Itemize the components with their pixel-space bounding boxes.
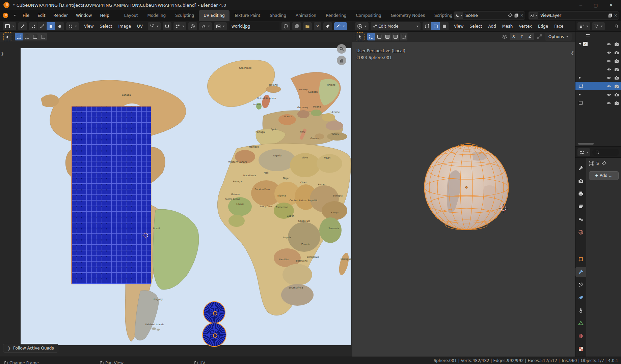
pivot-point-dropdown[interactable]: [148, 22, 161, 30]
workspace-tab-animation[interactable]: Animation: [291, 10, 321, 21]
camera-icon[interactable]: [614, 67, 619, 72]
properties-tab-material[interactable]: [575, 331, 586, 341]
viewport-canvas[interactable]: User Perspective (Local) (180) Sphere.00…: [352, 42, 575, 357]
select-box-new-button[interactable]: [367, 33, 375, 40]
properties-tab-constraints[interactable]: [575, 305, 586, 315]
image-browse-dropdown[interactable]: [214, 22, 227, 30]
workspace-tab-texture-paint[interactable]: Texture Paint: [230, 10, 265, 21]
vertex-select-button[interactable]: [423, 22, 431, 30]
workspace-tab-scripting[interactable]: Scripting: [430, 10, 454, 21]
uv-island-grid[interactable]: [71, 106, 151, 284]
new-copy-icon[interactable]: [608, 13, 613, 18]
properties-tab-viewlayer[interactable]: [575, 202, 586, 212]
select-box-subtract-button[interactable]: [31, 33, 39, 40]
outliner-row[interactable]: [575, 65, 621, 73]
main-menu-window[interactable]: Window: [72, 10, 96, 21]
pin-icon[interactable]: [602, 161, 606, 166]
viewport-menu-edge[interactable]: Edge: [535, 22, 551, 30]
uv-menu-uv[interactable]: UV: [134, 22, 146, 30]
camera-icon[interactable]: [614, 50, 619, 55]
outliner-filter-dropdown[interactable]: [592, 22, 605, 30]
mirror-axis-z-button[interactable]: Z: [526, 33, 534, 40]
select-box-intersect-button[interactable]: [39, 33, 47, 40]
eye-icon[interactable]: [606, 59, 611, 63]
workspace-tab-modeling[interactable]: Modeling: [143, 10, 171, 21]
select-box-intersect-button[interactable]: [400, 33, 408, 40]
edge-select-button[interactable]: [431, 22, 440, 30]
workspace-tab-geometry-nodes[interactable]: Geometry Nodes: [386, 10, 430, 21]
proportional-falloff-dropdown[interactable]: [199, 22, 212, 30]
outliner-row[interactable]: [575, 73, 621, 82]
camera-icon[interactable]: [614, 75, 619, 80]
select-box-subtract-button[interactable]: [383, 33, 392, 40]
unlink-image-button[interactable]: ✕: [314, 22, 321, 30]
options-dropdown[interactable]: Options: [545, 33, 572, 41]
properties-tab-scene[interactable]: [575, 214, 586, 224]
viewlayer-browse-icon[interactable]: [529, 12, 538, 19]
properties-tab-tool[interactable]: [575, 163, 586, 173]
uv-menu-view[interactable]: View: [81, 22, 97, 30]
eye-icon[interactable]: [606, 42, 611, 47]
maximize-button[interactable]: ▢: [594, 3, 598, 8]
outliner-row[interactable]: ✓: [575, 40, 621, 48]
eye-icon[interactable]: [606, 84, 611, 89]
main-menu-render[interactable]: Render: [49, 10, 72, 21]
properties-tab-modifiers[interactable]: [575, 267, 586, 277]
eye-icon[interactable]: [606, 92, 611, 97]
properties-search-field[interactable]: [592, 149, 619, 156]
active-tool-tweak-button[interactable]: [356, 32, 364, 41]
uv-pole-fan-top[interactable]: [203, 301, 225, 324]
main-menu-edit[interactable]: Edit: [33, 10, 49, 21]
properties-tab-particles[interactable]: [575, 280, 586, 290]
pin-button[interactable]: [323, 22, 332, 30]
workspace-tab-shading[interactable]: Shading: [265, 10, 291, 21]
snap-settings-dropdown[interactable]: [173, 22, 186, 30]
blender-menu-button[interactable]: [0, 10, 19, 21]
unlink-icon[interactable]: ✕: [520, 13, 523, 18]
properties-tab-physics[interactable]: [575, 293, 586, 303]
uv-canvas[interactable]: ❯: [0, 42, 352, 357]
camera-icon[interactable]: [614, 101, 619, 105]
fake-user-shield-button[interactable]: [281, 22, 290, 30]
camera-icon[interactable]: [614, 84, 619, 89]
outliner-row[interactable]: [575, 57, 621, 65]
search-icon[interactable]: [614, 24, 619, 29]
viewport-menu-face[interactable]: Face: [551, 22, 566, 30]
snap-toggle-button[interactable]: [163, 22, 171, 30]
add-modifier-button[interactable]: + Add ...: [589, 171, 619, 180]
properties-tab-render[interactable]: [575, 176, 586, 186]
mirror-axis-x-button[interactable]: X: [510, 33, 518, 40]
mirror-axis-y-button[interactable]: Y: [518, 33, 526, 40]
select-box-invert-button[interactable]: [392, 33, 400, 40]
uv-menu-select[interactable]: Select: [97, 22, 115, 30]
toolbar-expand-arrow[interactable]: ❯: [1, 51, 4, 56]
new-copy-icon[interactable]: [514, 13, 519, 18]
eye-icon[interactable]: [606, 101, 611, 105]
outliner-display-mode-dropdown[interactable]: [577, 22, 590, 30]
minimize-button[interactable]: ─: [579, 3, 582, 8]
scene-selector[interactable]: Scene ✕: [454, 11, 525, 20]
zoom-gizmo-button[interactable]: [337, 44, 346, 54]
properties-tab-output[interactable]: [575, 189, 586, 199]
uv-select-island-button[interactable]: [55, 22, 64, 30]
eye-icon[interactable]: [606, 67, 611, 72]
properties-tab-texture[interactable]: [575, 344, 586, 354]
camera-icon[interactable]: [614, 92, 619, 97]
close-button[interactable]: ✕: [609, 3, 613, 8]
outliner-row[interactable]: [575, 48, 621, 57]
properties-tab-object[interactable]: [575, 254, 586, 264]
outliner-row[interactable]: [575, 82, 621, 90]
select-box-extend-button[interactable]: [23, 33, 31, 40]
select-box-new-button[interactable]: [15, 33, 23, 40]
open-image-button[interactable]: [303, 22, 312, 30]
snap-target-icon[interactable]: [537, 34, 542, 39]
tweak-tool-icon[interactable]: [18, 22, 27, 30]
camera-icon[interactable]: [614, 42, 619, 47]
uv-select-edge-button[interactable]: [38, 22, 47, 30]
main-menu-help[interactable]: Help: [96, 10, 113, 21]
sticky-select-dropdown[interactable]: [66, 22, 79, 30]
uv-pole-fan-bottom[interactable]: [202, 323, 226, 347]
operator-panel[interactable]: ❯ Follow Active Quads: [3, 344, 58, 353]
editor-type-properties-button[interactable]: [577, 148, 590, 156]
outliner-row[interactable]: [575, 90, 621, 99]
